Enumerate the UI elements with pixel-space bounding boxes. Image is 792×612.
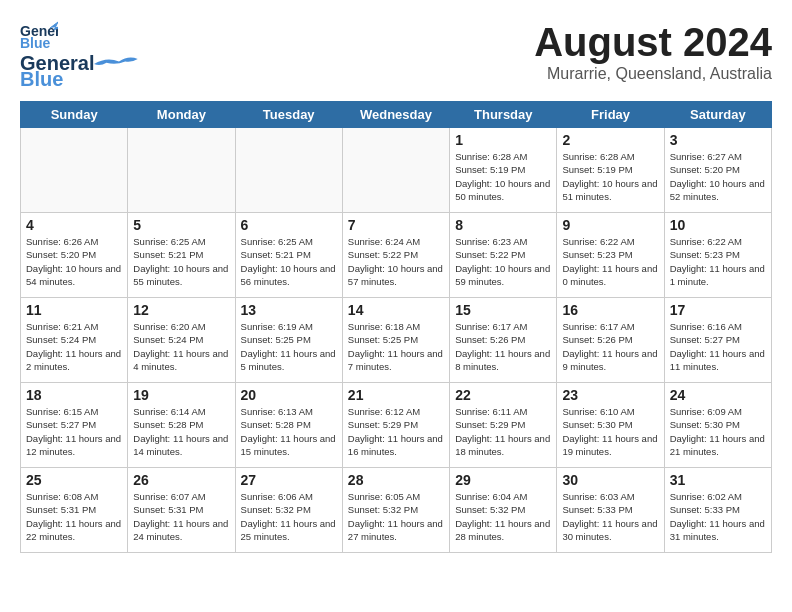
calendar-table: SundayMondayTuesdayWednesdayThursdayFrid… <box>20 101 772 553</box>
day-info: Sunrise: 6:21 AM Sunset: 5:24 PM Dayligh… <box>26 320 122 373</box>
day-info: Sunrise: 6:09 AM Sunset: 5:30 PM Dayligh… <box>670 405 766 458</box>
calendar-cell <box>235 128 342 213</box>
calendar-cell: 3Sunrise: 6:27 AM Sunset: 5:20 PM Daylig… <box>664 128 771 213</box>
day-info: Sunrise: 6:03 AM Sunset: 5:33 PM Dayligh… <box>562 490 658 543</box>
calendar-cell <box>128 128 235 213</box>
calendar-cell: 29Sunrise: 6:04 AM Sunset: 5:32 PM Dayli… <box>450 468 557 553</box>
day-number: 3 <box>670 132 766 148</box>
calendar-cell: 22Sunrise: 6:11 AM Sunset: 5:29 PM Dayli… <box>450 383 557 468</box>
day-info: Sunrise: 6:28 AM Sunset: 5:19 PM Dayligh… <box>455 150 551 203</box>
day-number: 25 <box>26 472 122 488</box>
day-info: Sunrise: 6:10 AM Sunset: 5:30 PM Dayligh… <box>562 405 658 458</box>
day-info: Sunrise: 6:25 AM Sunset: 5:21 PM Dayligh… <box>133 235 229 288</box>
day-number: 16 <box>562 302 658 318</box>
day-number: 2 <box>562 132 658 148</box>
day-number: 15 <box>455 302 551 318</box>
day-info: Sunrise: 6:25 AM Sunset: 5:21 PM Dayligh… <box>241 235 337 288</box>
day-number: 27 <box>241 472 337 488</box>
day-info: Sunrise: 6:13 AM Sunset: 5:28 PM Dayligh… <box>241 405 337 458</box>
calendar-cell: 15Sunrise: 6:17 AM Sunset: 5:26 PM Dayli… <box>450 298 557 383</box>
page-header: General Blue General Blue August 2024 Mu… <box>20 20 772 91</box>
day-number: 13 <box>241 302 337 318</box>
weekday-header-wednesday: Wednesday <box>342 102 449 128</box>
day-number: 5 <box>133 217 229 233</box>
logo-blue: Blue <box>20 68 63 91</box>
weekday-header-sunday: Sunday <box>21 102 128 128</box>
day-number: 11 <box>26 302 122 318</box>
day-info: Sunrise: 6:14 AM Sunset: 5:28 PM Dayligh… <box>133 405 229 458</box>
calendar-cell: 31Sunrise: 6:02 AM Sunset: 5:33 PM Dayli… <box>664 468 771 553</box>
calendar-cell: 10Sunrise: 6:22 AM Sunset: 5:23 PM Dayli… <box>664 213 771 298</box>
day-number: 7 <box>348 217 444 233</box>
logo-bird-icon <box>94 52 144 76</box>
month-title: August 2024 <box>534 20 772 65</box>
day-info: Sunrise: 6:11 AM Sunset: 5:29 PM Dayligh… <box>455 405 551 458</box>
calendar-cell: 26Sunrise: 6:07 AM Sunset: 5:31 PM Dayli… <box>128 468 235 553</box>
day-number: 18 <box>26 387 122 403</box>
day-number: 22 <box>455 387 551 403</box>
calendar-cell <box>21 128 128 213</box>
day-info: Sunrise: 6:07 AM Sunset: 5:31 PM Dayligh… <box>133 490 229 543</box>
day-info: Sunrise: 6:15 AM Sunset: 5:27 PM Dayligh… <box>26 405 122 458</box>
calendar-cell: 25Sunrise: 6:08 AM Sunset: 5:31 PM Dayli… <box>21 468 128 553</box>
title-block: August 2024 Murarrie, Queensland, Austra… <box>534 20 772 83</box>
calendar-cell: 9Sunrise: 6:22 AM Sunset: 5:23 PM Daylig… <box>557 213 664 298</box>
day-number: 14 <box>348 302 444 318</box>
calendar-week-5: 25Sunrise: 6:08 AM Sunset: 5:31 PM Dayli… <box>21 468 772 553</box>
calendar-cell: 28Sunrise: 6:05 AM Sunset: 5:32 PM Dayli… <box>342 468 449 553</box>
day-info: Sunrise: 6:22 AM Sunset: 5:23 PM Dayligh… <box>562 235 658 288</box>
day-number: 12 <box>133 302 229 318</box>
calendar-cell <box>342 128 449 213</box>
day-info: Sunrise: 6:04 AM Sunset: 5:32 PM Dayligh… <box>455 490 551 543</box>
calendar-cell: 30Sunrise: 6:03 AM Sunset: 5:33 PM Dayli… <box>557 468 664 553</box>
calendar-cell: 16Sunrise: 6:17 AM Sunset: 5:26 PM Dayli… <box>557 298 664 383</box>
calendar-cell: 11Sunrise: 6:21 AM Sunset: 5:24 PM Dayli… <box>21 298 128 383</box>
day-info: Sunrise: 6:23 AM Sunset: 5:22 PM Dayligh… <box>455 235 551 288</box>
calendar-cell: 5Sunrise: 6:25 AM Sunset: 5:21 PM Daylig… <box>128 213 235 298</box>
calendar-cell: 27Sunrise: 6:06 AM Sunset: 5:32 PM Dayli… <box>235 468 342 553</box>
calendar-week-1: 1Sunrise: 6:28 AM Sunset: 5:19 PM Daylig… <box>21 128 772 213</box>
day-number: 8 <box>455 217 551 233</box>
day-number: 30 <box>562 472 658 488</box>
day-info: Sunrise: 6:22 AM Sunset: 5:23 PM Dayligh… <box>670 235 766 288</box>
day-number: 21 <box>348 387 444 403</box>
day-number: 29 <box>455 472 551 488</box>
day-info: Sunrise: 6:17 AM Sunset: 5:26 PM Dayligh… <box>455 320 551 373</box>
location-title: Murarrie, Queensland, Australia <box>534 65 772 83</box>
calendar-cell: 7Sunrise: 6:24 AM Sunset: 5:22 PM Daylig… <box>342 213 449 298</box>
day-info: Sunrise: 6:27 AM Sunset: 5:20 PM Dayligh… <box>670 150 766 203</box>
calendar-cell: 18Sunrise: 6:15 AM Sunset: 5:27 PM Dayli… <box>21 383 128 468</box>
day-number: 17 <box>670 302 766 318</box>
day-info: Sunrise: 6:16 AM Sunset: 5:27 PM Dayligh… <box>670 320 766 373</box>
day-number: 4 <box>26 217 122 233</box>
logo: General Blue General Blue <box>20 20 144 91</box>
calendar-cell: 4Sunrise: 6:26 AM Sunset: 5:20 PM Daylig… <box>21 213 128 298</box>
calendar-cell: 14Sunrise: 6:18 AM Sunset: 5:25 PM Dayli… <box>342 298 449 383</box>
calendar-cell: 20Sunrise: 6:13 AM Sunset: 5:28 PM Dayli… <box>235 383 342 468</box>
day-info: Sunrise: 6:06 AM Sunset: 5:32 PM Dayligh… <box>241 490 337 543</box>
day-info: Sunrise: 6:08 AM Sunset: 5:31 PM Dayligh… <box>26 490 122 543</box>
calendar-week-2: 4Sunrise: 6:26 AM Sunset: 5:20 PM Daylig… <box>21 213 772 298</box>
calendar-cell: 6Sunrise: 6:25 AM Sunset: 5:21 PM Daylig… <box>235 213 342 298</box>
day-number: 26 <box>133 472 229 488</box>
day-info: Sunrise: 6:05 AM Sunset: 5:32 PM Dayligh… <box>348 490 444 543</box>
day-number: 20 <box>241 387 337 403</box>
calendar-cell: 24Sunrise: 6:09 AM Sunset: 5:30 PM Dayli… <box>664 383 771 468</box>
day-info: Sunrise: 6:19 AM Sunset: 5:25 PM Dayligh… <box>241 320 337 373</box>
day-info: Sunrise: 6:02 AM Sunset: 5:33 PM Dayligh… <box>670 490 766 543</box>
day-number: 6 <box>241 217 337 233</box>
day-number: 19 <box>133 387 229 403</box>
weekday-header-thursday: Thursday <box>450 102 557 128</box>
day-info: Sunrise: 6:20 AM Sunset: 5:24 PM Dayligh… <box>133 320 229 373</box>
calendar-cell: 23Sunrise: 6:10 AM Sunset: 5:30 PM Dayli… <box>557 383 664 468</box>
weekday-header-row: SundayMondayTuesdayWednesdayThursdayFrid… <box>21 102 772 128</box>
day-info: Sunrise: 6:26 AM Sunset: 5:20 PM Dayligh… <box>26 235 122 288</box>
day-number: 28 <box>348 472 444 488</box>
calendar-cell: 21Sunrise: 6:12 AM Sunset: 5:29 PM Dayli… <box>342 383 449 468</box>
calendar-cell: 12Sunrise: 6:20 AM Sunset: 5:24 PM Dayli… <box>128 298 235 383</box>
weekday-header-saturday: Saturday <box>664 102 771 128</box>
calendar-cell: 17Sunrise: 6:16 AM Sunset: 5:27 PM Dayli… <box>664 298 771 383</box>
day-number: 23 <box>562 387 658 403</box>
weekday-header-friday: Friday <box>557 102 664 128</box>
logo-icon: General Blue <box>20 20 58 52</box>
